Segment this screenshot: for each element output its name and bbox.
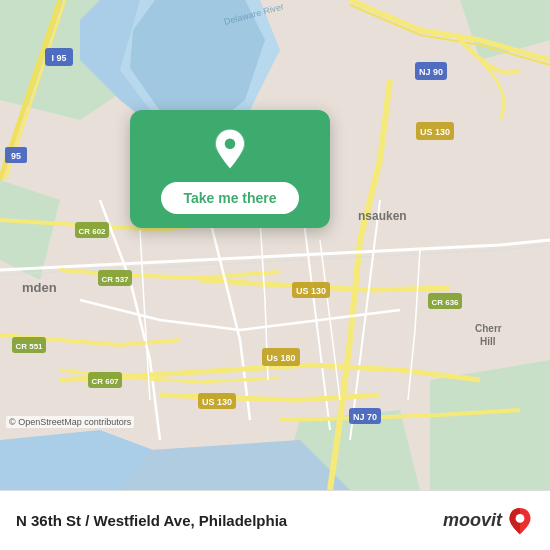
popup-card: Take me there: [130, 110, 330, 228]
svg-text:CR 551: CR 551: [15, 342, 43, 351]
svg-text:CR 607: CR 607: [91, 377, 119, 386]
svg-text:mden: mden: [22, 280, 57, 295]
svg-marker-5: [430, 360, 550, 490]
svg-text:US 130: US 130: [296, 286, 326, 296]
moovit-logo: moovit: [443, 507, 534, 535]
svg-text:CR 602: CR 602: [78, 227, 106, 236]
moovit-logo-text: moovit: [443, 510, 502, 531]
svg-text:CR 537: CR 537: [101, 275, 129, 284]
svg-text:NJ 90: NJ 90: [419, 67, 443, 77]
map-attribution: © OpenStreetMap contributors: [6, 416, 134, 428]
bottom-bar: N 36th St / Westfield Ave, Philadelphia …: [0, 490, 550, 550]
svg-text:I 95: I 95: [51, 53, 66, 63]
svg-text:Us 180: Us 180: [266, 353, 295, 363]
location-text: N 36th St / Westfield Ave, Philadelphia: [16, 512, 443, 529]
map-container: I 95 NJ 90 95 US 130 CR 602 CR 537 US 13…: [0, 0, 550, 490]
moovit-pin-icon: [506, 507, 534, 535]
svg-text:nsauken: nsauken: [358, 209, 407, 223]
svg-text:Cherr: Cherr: [475, 323, 502, 334]
svg-point-45: [225, 139, 236, 150]
svg-text:CR 636: CR 636: [431, 298, 459, 307]
svg-point-46: [516, 514, 525, 523]
location-pin-icon: [208, 128, 252, 172]
take-me-there-button[interactable]: Take me there: [161, 182, 298, 214]
svg-text:NJ 70: NJ 70: [353, 412, 377, 422]
svg-text:US 130: US 130: [202, 397, 232, 407]
svg-text:95: 95: [11, 151, 21, 161]
svg-text:Hill: Hill: [480, 336, 496, 347]
svg-text:US 130: US 130: [420, 127, 450, 137]
